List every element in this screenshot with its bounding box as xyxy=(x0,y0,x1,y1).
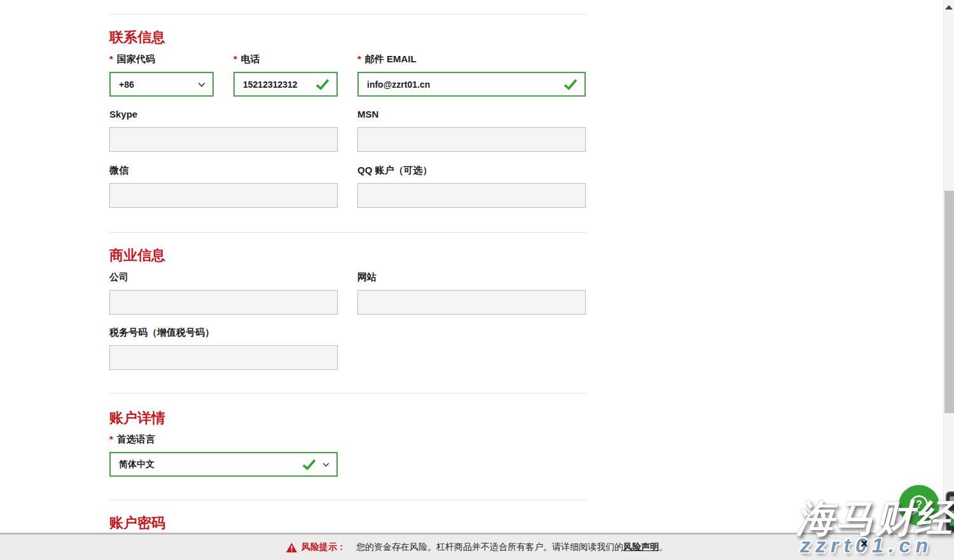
company-label: 公司 xyxy=(109,271,338,282)
valid-check-icon xyxy=(563,79,577,90)
country-code-value: +86 xyxy=(111,79,134,90)
msn-field: MSN xyxy=(357,109,586,152)
contact-row-3: 微信 QQ 账户（可选） xyxy=(109,165,586,208)
scrollbar[interactable] xyxy=(943,0,954,560)
language-field: *首选语言 简体中文 xyxy=(109,434,338,477)
side-widget-detail xyxy=(950,496,954,505)
close-icon[interactable]: × xyxy=(861,537,868,550)
language-label-text: 首选语言 xyxy=(117,434,155,444)
warning-triangle-icon xyxy=(286,543,297,552)
risk-statement-link[interactable]: 风险声明 xyxy=(623,542,659,553)
country-code-field: *国家代码 +86 xyxy=(109,53,214,97)
wechat-input-wrap xyxy=(109,183,338,208)
business-section-title: 商业信息 xyxy=(109,248,586,263)
section-divider xyxy=(109,14,586,15)
website-input-wrap xyxy=(357,290,586,315)
country-code-select[interactable]: +86 xyxy=(109,72,214,97)
tax-number-input-wrap xyxy=(109,345,338,370)
tax-number-label: 税务号码（增值税号码） xyxy=(109,327,338,338)
wechat-input[interactable] xyxy=(110,184,337,207)
risk-text: 您的资金存在风险。杠杆商品并不适合所有客户。请详细阅读我们的 xyxy=(356,542,623,553)
section-divider xyxy=(109,232,586,233)
skype-input-wrap xyxy=(109,127,338,152)
contact-section-title: 联系信息 xyxy=(109,30,586,45)
qq-field: QQ 账户（可选） xyxy=(357,165,586,208)
risk-text-suffix: 。 xyxy=(659,542,668,553)
valid-check-icon xyxy=(315,79,329,90)
required-asterisk: * xyxy=(357,53,361,64)
website-label: 网站 xyxy=(357,271,586,282)
qq-label: QQ 账户（可选） xyxy=(357,165,586,175)
chevron-down-icon xyxy=(322,462,329,467)
skype-input[interactable] xyxy=(110,128,337,151)
language-select[interactable]: 简体中文 xyxy=(109,452,338,477)
help-button[interactable]: ? xyxy=(899,485,939,526)
msn-input[interactable] xyxy=(358,128,585,151)
risk-notice-bar: 风险提示： 您的资金存在风险。杠杆商品并不适合所有客户。请详细阅读我们的风险声明… xyxy=(0,533,954,560)
contact-row-1: *国家代码 +86 *电话 *邮件 EMAIL xyxy=(109,53,586,97)
wechat-field: 微信 xyxy=(109,165,338,208)
email-label: *邮件 EMAIL xyxy=(357,53,586,64)
skype-field: Skype xyxy=(109,109,338,152)
qq-input-wrap xyxy=(357,183,586,208)
business-row-2: 税务号码（增值税号码） xyxy=(109,327,586,370)
section-divider xyxy=(109,500,586,500)
phone-input-wrap xyxy=(233,72,338,97)
company-input-wrap xyxy=(109,290,338,315)
valid-check-icon xyxy=(302,459,316,470)
country-code-label-text: 国家代码 xyxy=(117,53,155,64)
required-asterisk: * xyxy=(109,53,113,64)
email-field: *邮件 EMAIL xyxy=(357,53,586,97)
msn-input-wrap xyxy=(357,127,586,152)
risk-title: 风险提示： xyxy=(301,542,346,553)
chevron-down-icon xyxy=(198,82,205,87)
skype-label: Skype xyxy=(109,109,338,120)
language-label: *首选语言 xyxy=(109,434,338,444)
language-value: 简体中文 xyxy=(111,459,155,470)
wechat-label: 微信 xyxy=(109,165,338,175)
side-widget-green-slot xyxy=(950,510,954,526)
phone-label-text: 电话 xyxy=(241,53,260,64)
qq-input[interactable] xyxy=(358,184,585,207)
section-divider xyxy=(109,393,586,393)
email-input[interactable] xyxy=(359,73,584,95)
account-section-title: 账户详情 xyxy=(109,411,586,426)
required-asterisk: * xyxy=(233,53,237,64)
website-field: 网站 xyxy=(357,271,586,315)
country-code-label: *国家代码 xyxy=(109,53,214,64)
website-input[interactable] xyxy=(358,290,585,314)
scroll-up-arrow[interactable] xyxy=(945,5,953,10)
account-row-1: *首选语言 简体中文 xyxy=(109,434,586,477)
phone-field: *电话 xyxy=(233,53,338,97)
tax-number-field: 税务号码（增值税号码） xyxy=(109,327,338,370)
email-input-wrap xyxy=(357,72,586,97)
scrollbar-thumb[interactable] xyxy=(944,191,954,413)
company-field: 公司 xyxy=(109,271,338,315)
registration-form: 联系信息 *国家代码 +86 *电话 *邮件 EMAIL Skype xyxy=(109,0,586,531)
password-section-title: 账户密码 xyxy=(109,516,586,531)
question-bubble-icon: ? xyxy=(906,492,932,519)
email-label-text: 邮件 EMAIL xyxy=(365,53,417,64)
msn-label: MSN xyxy=(357,109,586,120)
business-row-1: 公司 网站 xyxy=(109,271,586,315)
side-widget-tab[interactable] xyxy=(946,491,954,533)
tax-number-input[interactable] xyxy=(110,346,337,369)
company-input[interactable] xyxy=(110,290,337,314)
contact-row-2: Skype MSN xyxy=(109,109,586,152)
phone-label: *电话 xyxy=(233,53,338,64)
svg-text:?: ? xyxy=(916,499,922,510)
required-asterisk: * xyxy=(109,434,113,444)
